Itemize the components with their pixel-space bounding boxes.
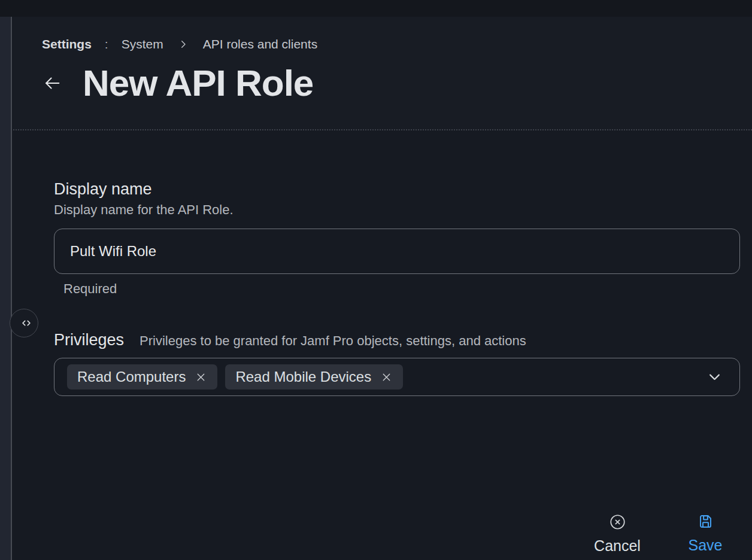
display-name-required-hint: Required [63,281,117,297]
breadcrumb-api-roles[interactable]: API roles and clients [203,37,317,51]
floppy-disk-icon [698,513,714,529]
main-content: Settings : System API roles and clients … [13,17,752,560]
breadcrumb-separator: : [105,37,108,51]
x-icon [380,371,393,384]
privileges-description: Privileges to be granted for Jamf Pro ob… [140,333,526,349]
angle-brackets-icon [20,316,33,330]
breadcrumb-settings[interactable]: Settings [42,37,92,51]
cancel-button[interactable]: Cancel [578,514,656,555]
x-icon [195,371,207,384]
page-title: New API Role [83,65,313,102]
chip-remove-button[interactable] [195,371,207,384]
chip-remove-button[interactable] [380,371,393,384]
privilege-chip: Read Mobile Devices [225,364,403,389]
privileges-label: Privileges [54,330,124,349]
save-button[interactable]: Save [675,513,735,554]
chevron-right-icon [178,39,189,50]
breadcrumb-system[interactable]: System [122,37,163,51]
page-header: Settings : System API roles and clients … [13,17,752,130]
x-circle-icon [610,514,626,530]
panel-toggle-button[interactable] [10,309,38,337]
privilege-chip-label: Read Mobile Devices [235,369,371,385]
back-button[interactable] [42,73,62,93]
top-bar [0,0,752,17]
display-name-description: Display name for the API Role. [54,202,234,218]
save-button-label: Save [689,536,723,554]
cancel-button-label: Cancel [594,537,641,555]
chevron-down-icon[interactable] [706,369,723,385]
left-panel-strip [0,17,12,560]
privileges-multiselect[interactable]: Read Computers Read Mobile Devices [54,358,740,396]
display-name-label: Display name [54,179,152,199]
arrow-left-icon [42,73,62,93]
breadcrumb: Settings : System API roles and clients [42,37,317,51]
privilege-chip: Read Computers [67,364,217,389]
privileges-chips: Read Computers Read Mobile Devices [67,364,403,389]
privilege-chip-label: Read Computers [77,369,186,385]
display-name-input[interactable] [54,229,740,274]
